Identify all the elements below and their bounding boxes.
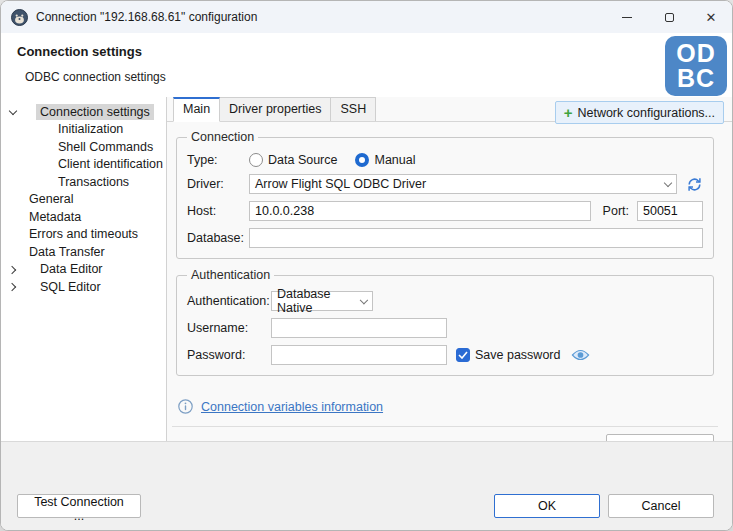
page-title: Connection settings xyxy=(17,44,732,59)
check-icon xyxy=(458,351,468,359)
radio-data-source-circle xyxy=(249,153,263,167)
tab-content: Connection Type: Data Source Manual xyxy=(167,122,732,458)
driver-separator xyxy=(172,426,718,427)
chevron-down-icon xyxy=(360,295,368,303)
radio-manual-circle xyxy=(355,153,369,167)
cancel-button[interactable]: Cancel xyxy=(608,494,714,518)
titlebar: Connection "192.168.68.61" configuration… xyxy=(1,1,732,33)
window-controls: ✕ xyxy=(606,1,732,33)
password-label: Password: xyxy=(187,348,271,362)
tab-ssh[interactable]: SSH xyxy=(331,97,376,121)
radio-manual[interactable]: Manual xyxy=(355,153,415,167)
close-button[interactable]: ✕ xyxy=(690,1,732,33)
sidebar-item-connection-settings[interactable]: Connection settings xyxy=(1,103,166,121)
reload-driver-icon[interactable] xyxy=(686,176,703,193)
connection-variables-row: Connection variables information xyxy=(178,399,714,414)
sidebar-item-errors-and-timeouts[interactable]: Errors and timeouts xyxy=(1,226,166,244)
sidebar-item-sql-editor[interactable]: SQL Editor xyxy=(1,278,166,296)
ok-button[interactable]: OK xyxy=(494,494,600,518)
database-input[interactable] xyxy=(249,228,703,248)
chevron-right-icon[interactable] xyxy=(8,283,16,291)
sidebar-item-label: Transactions xyxy=(54,174,133,190)
sidebar-item-initialization[interactable]: Initialization xyxy=(1,121,166,139)
sidebar-item-label: Shell Commands xyxy=(54,139,157,155)
password-row: Password: Save password xyxy=(187,345,703,365)
driver-select[interactable]: Arrow Flight SQL ODBC Driver xyxy=(249,174,677,194)
connection-group: Connection Type: Data Source Manual xyxy=(176,130,714,259)
sidebar-item-label: Errors and timeouts xyxy=(25,226,142,242)
chevron-down-icon[interactable] xyxy=(9,107,17,115)
sidebar-item-data-editor[interactable]: Data Editor xyxy=(1,261,166,279)
page-subtitle: ODBC connection settings xyxy=(25,70,732,84)
network-configurations-label: Network configurations... xyxy=(577,106,715,120)
minimize-button[interactable] xyxy=(606,1,648,33)
radio-data-source[interactable]: Data Source xyxy=(249,153,337,167)
connection-type-radio-group: Data Source Manual xyxy=(249,153,415,167)
authentication-select[interactable]: Database Native xyxy=(271,291,373,311)
authentication-group: Authentication Authentication: Database … xyxy=(176,268,714,376)
port-input[interactable] xyxy=(637,201,703,221)
dialog-footer: Test Connection ... OK Cancel xyxy=(1,441,732,531)
radio-manual-label: Manual xyxy=(374,153,415,167)
app-icon xyxy=(11,9,28,26)
username-row: Username: xyxy=(187,318,703,338)
save-password-checkbox[interactable] xyxy=(456,348,470,362)
tab-main[interactable]: Main xyxy=(173,97,220,122)
window-title: Connection "192.168.68.61" configuration xyxy=(36,10,257,24)
sidebar-item-general[interactable]: General xyxy=(1,191,166,209)
username-label: Username: xyxy=(187,321,271,335)
radio-data-source-label: Data Source xyxy=(268,153,337,167)
sidebar-item-label: General xyxy=(25,191,77,207)
dialog-header: Connection settings ODBC connection sett… xyxy=(1,33,732,97)
maximize-button[interactable] xyxy=(648,1,690,33)
authentication-select-value: Database Native xyxy=(277,287,361,315)
type-label: Type: xyxy=(187,153,249,167)
authentication-label: Authentication: xyxy=(187,294,271,308)
host-row: Host: Port: xyxy=(187,201,703,221)
test-connection-button[interactable]: Test Connection ... xyxy=(17,494,141,518)
close-icon: ✕ xyxy=(706,11,717,24)
host-input[interactable] xyxy=(249,201,591,221)
sidebar-item-shell-commands[interactable]: Shell Commands xyxy=(1,138,166,156)
driver-label: Driver: xyxy=(187,177,249,191)
sidebar-item-client-identification[interactable]: Client identification xyxy=(1,156,166,174)
footer-buttons: OK Cancel xyxy=(494,494,714,518)
show-password-eye-icon[interactable] xyxy=(571,348,590,362)
type-row: Type: Data Source Manual xyxy=(187,153,703,167)
maximize-icon xyxy=(665,13,674,22)
sidebar-item-label: Data Transfer xyxy=(25,244,109,260)
tab-driver-properties[interactable]: Driver properties xyxy=(220,97,331,121)
connection-group-legend: Connection xyxy=(187,130,258,144)
host-label: Host: xyxy=(187,204,249,218)
port-label: Port: xyxy=(603,204,629,218)
sidebar-item-transactions[interactable]: Transactions xyxy=(1,173,166,191)
driver-select-value: Arrow Flight SQL ODBC Driver xyxy=(255,177,426,191)
authentication-row: Authentication: Database Native xyxy=(187,291,703,311)
sidebar-item-label: Metadata xyxy=(25,209,85,225)
network-configurations-button[interactable]: + Network configurations... xyxy=(555,101,724,124)
chevron-down-icon xyxy=(664,178,672,186)
sidebar-item-label: Connection settings xyxy=(36,104,154,120)
save-password-label: Save password xyxy=(475,348,560,362)
main-panel: Main Driver properties SSH + Network con… xyxy=(167,97,732,441)
sidebar-item-data-transfer[interactable]: Data Transfer xyxy=(1,243,166,261)
odbc-logo-line2: BC xyxy=(677,66,715,91)
username-input[interactable] xyxy=(271,318,447,338)
tab-bar: Main Driver properties SSH + Network con… xyxy=(167,97,732,122)
chevron-right-icon[interactable] xyxy=(8,265,16,273)
connection-variables-link[interactable]: Connection variables information xyxy=(201,400,383,414)
authentication-group-legend: Authentication xyxy=(187,268,274,282)
odbc-logo: OD BC xyxy=(665,36,727,96)
sidebar-item-label: SQL Editor xyxy=(36,279,105,295)
connection-configuration-dialog: Connection "192.168.68.61" configuration… xyxy=(0,0,733,531)
database-row: Database: xyxy=(187,228,703,248)
plus-icon: + xyxy=(564,105,573,120)
sidebar-item-label: Data Editor xyxy=(36,261,107,277)
info-icon xyxy=(178,399,193,414)
minimize-icon xyxy=(622,17,632,18)
password-input[interactable] xyxy=(271,345,447,365)
sidebar-tree: Connection settingsInitializationShell C… xyxy=(1,97,167,441)
driver-row: Driver: Arrow Flight SQL ODBC Driver xyxy=(187,174,703,194)
sidebar-item-label: Initialization xyxy=(54,121,127,137)
sidebar-item-metadata[interactable]: Metadata xyxy=(1,208,166,226)
